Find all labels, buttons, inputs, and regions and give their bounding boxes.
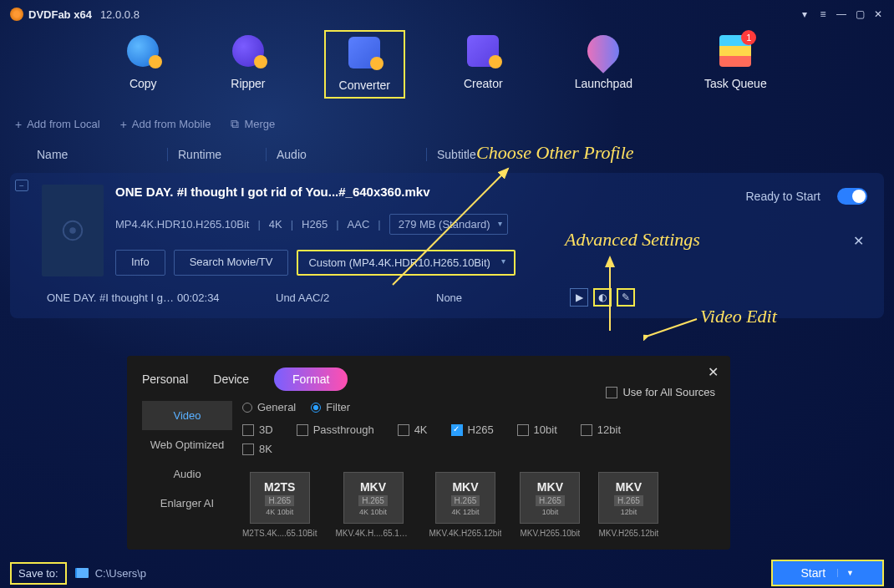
svg-line-4	[648, 319, 697, 336]
save-path[interactable]: C:\Users\p	[95, 567, 146, 580]
module-copy[interactable]: Copy	[114, 30, 172, 99]
remove-file-button[interactable]: ✕	[853, 233, 864, 249]
gift-icon[interactable]: ▾	[799, 8, 810, 20]
taskqueue-icon: 1	[719, 35, 751, 67]
merge-label: Merge	[244, 118, 275, 130]
start-button[interactable]: Start ▼	[771, 560, 885, 586]
filter-passthrough[interactable]: Passthrough	[297, 423, 374, 436]
filter-h265[interactable]: H265	[451, 423, 494, 436]
col-name: Name	[37, 148, 167, 161]
enable-toggle[interactable]	[837, 188, 867, 205]
profile-label: MKV.H265.10bit	[520, 529, 580, 538]
popup-close-button[interactable]: ✕	[708, 364, 719, 380]
meta-codec: H265	[302, 218, 328, 231]
converter-icon	[348, 37, 380, 68]
arrow-video-edit	[643, 316, 702, 341]
module-launchpad[interactable]: Launchpad	[561, 30, 646, 99]
titlebar: DVDFab x64 12.0.0.8 ▾ ≡ — ▢ ✕	[0, 0, 894, 28]
file-card: − ONE DAY. #I thought I got rid of You..…	[10, 173, 884, 318]
profile-label: MKV.4K.H265.12bit	[429, 529, 502, 538]
menu-icon[interactable]: ≡	[817, 8, 829, 20]
filter-8k[interactable]: 8K	[242, 443, 272, 455]
app-version: 12.0.0.8	[100, 8, 140, 21]
cat-video[interactable]: Video	[142, 401, 232, 430]
profile-option-1[interactable]: MKVH.2654K 10bit MKV.4K.H....65.10Bit	[336, 472, 411, 538]
minimize-button[interactable]: —	[836, 8, 847, 20]
tab-format[interactable]: Format	[274, 368, 348, 391]
copy-icon	[127, 35, 159, 67]
collapse-button[interactable]: −	[15, 180, 28, 191]
use-all-checkbox[interactable]	[606, 387, 617, 398]
filter-3d[interactable]: 3D	[242, 423, 273, 436]
cat-audio[interactable]: Audio	[142, 459, 232, 489]
save-to-label: Save to:	[18, 567, 58, 580]
filter-10bit[interactable]: 10bit	[517, 423, 557, 436]
merge-button[interactable]: ⧉Merge	[231, 117, 275, 131]
filter-4k[interactable]: 4K	[398, 423, 428, 436]
profile-box: MKVH.26512bit	[598, 472, 658, 524]
profile-option-3[interactable]: MKVH.26510bit MKV.H265.10bit	[520, 472, 580, 538]
column-headers: Name Runtime Audio Subtitle	[0, 138, 894, 168]
row-filename: ONE DAY. #I thought I got...	[47, 291, 177, 304]
folder-icon[interactable]	[75, 568, 89, 578]
ripper-icon	[232, 35, 264, 67]
size-dropdown[interactable]: 279 MB (Standard)	[389, 214, 508, 235]
module-taskqueue-label: Task Queue	[704, 77, 767, 90]
launchpad-icon	[581, 28, 626, 74]
filter-12bit[interactable]: 12bit	[581, 423, 621, 436]
thumbnail[interactable]	[42, 185, 104, 276]
radio-general[interactable]: General	[242, 401, 296, 413]
radio-filter[interactable]: Filter	[311, 401, 350, 413]
meta-audio: AAC	[348, 218, 370, 231]
maximize-button[interactable]: ▢	[854, 8, 866, 20]
video-edit-button[interactable]: ✎	[617, 288, 635, 307]
add-local-label: Add from Local	[27, 118, 99, 130]
action-bar: +Add from Local +Add from Mobile ⧉Merge	[0, 110, 894, 138]
save-to-button[interactable]: Save to:	[10, 562, 67, 585]
row-audio: Und AAC/2	[276, 291, 436, 304]
profile-dropdown[interactable]: Custom (MP4.4K.HDR10.H265.10Bit)	[297, 250, 515, 276]
creator-icon	[467, 35, 499, 67]
module-ripper[interactable]: Ripper	[217, 30, 278, 99]
profile-label: MKV.4K.H....65.10Bit	[336, 529, 411, 538]
profile-option-4[interactable]: MKVH.26512bit MKV.H265.12bit	[598, 472, 658, 538]
cat-enlarger-ai[interactable]: Enlarger AI	[142, 489, 232, 518]
taskqueue-badge: 1	[741, 30, 756, 45]
profile-label: MKV.H265.12bit	[598, 529, 658, 538]
module-creator[interactable]: Creator	[450, 30, 516, 99]
add-mobile-button[interactable]: +Add from Mobile	[120, 118, 211, 131]
plus-icon: +	[15, 118, 22, 131]
play-button[interactable]: ▶	[570, 288, 588, 307]
search-movie-button[interactable]: Search Movie/TV	[174, 250, 289, 276]
use-all-label: Use for All Sources	[622, 386, 715, 398]
tab-device[interactable]: Device	[213, 368, 249, 391]
module-taskqueue[interactable]: 1 Task Queue	[691, 30, 780, 99]
plus-icon: +	[120, 118, 127, 131]
module-launchpad-label: Launchpad	[575, 77, 632, 90]
advanced-settings-button[interactable]: ◐	[593, 288, 612, 307]
close-button[interactable]: ✕	[872, 8, 884, 20]
profile-label: M2TS.4K....65.10Bit	[242, 529, 317, 538]
col-audio: Audio	[266, 148, 426, 161]
info-button[interactable]: Info	[115, 250, 165, 276]
meta-res: 4K	[269, 218, 282, 231]
start-label: Start	[801, 566, 826, 580]
row-subtitle: None	[436, 291, 553, 304]
module-creator-label: Creator	[464, 77, 503, 90]
add-local-button[interactable]: +Add from Local	[15, 118, 100, 131]
app-logo-icon	[10, 8, 23, 21]
profile-box: MKVH.26510bit	[520, 472, 580, 524]
use-all-sources[interactable]: Use for All Sources	[606, 386, 715, 398]
add-mobile-label: Add from Mobile	[132, 118, 211, 130]
tab-personal[interactable]: Personal	[142, 368, 188, 391]
profile-box: MKVH.2654K 12bit	[435, 472, 495, 524]
meta-format: MP4.4K.HDR10.H265.10Bit	[115, 218, 249, 231]
profile-popup: ✕ Personal Device Format Use for All Sou…	[127, 356, 730, 550]
profile-option-2[interactable]: MKVH.2654K 12bit MKV.4K.H265.12bit	[429, 472, 502, 538]
col-subtitle: Subtitle	[426, 148, 476, 161]
profile-option-0[interactable]: M2TSH.2654K 10bit M2TS.4K....65.10Bit	[242, 472, 317, 538]
module-converter[interactable]: Converter	[324, 30, 405, 99]
bottom-bar: Save to: C:\Users\p Start ▼	[0, 558, 894, 588]
cat-web-optimized[interactable]: Web Optimized	[142, 430, 232, 459]
start-dropdown-icon[interactable]: ▼	[837, 569, 854, 577]
